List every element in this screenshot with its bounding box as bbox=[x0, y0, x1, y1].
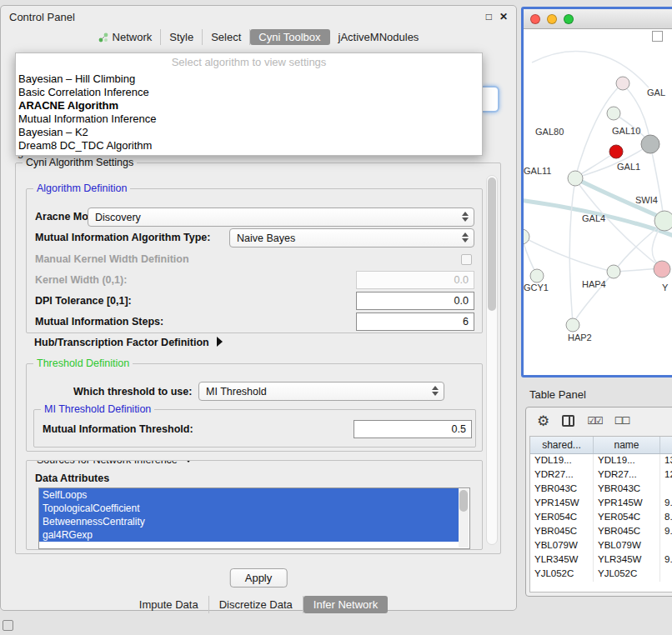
algorithm-combo-focus-ring[interactable] bbox=[483, 86, 499, 112]
network-window-titlebar[interactable] bbox=[524, 9, 672, 29]
mi-type-select[interactable]: Naive Bayes bbox=[229, 228, 474, 248]
table-cell: YDR27... bbox=[530, 468, 594, 482]
tab-jactivemnodules[interactable]: jActiveMNodules bbox=[330, 29, 428, 45]
network-node[interactable] bbox=[607, 107, 620, 120]
table-cell bbox=[660, 539, 672, 553]
threshold-definition-title: Threshold Definition bbox=[33, 358, 133, 369]
aracne-mode-value: Discovery bbox=[95, 212, 141, 223]
network-edge[interactable] bbox=[524, 238, 613, 272]
algorithm-definition-title: Algorithm Definition bbox=[33, 182, 130, 194]
tab-cyni-toolbox[interactable]: Cyni Toolbox bbox=[250, 29, 329, 45]
node-label: Y bbox=[662, 282, 669, 292]
list-scrollbar[interactable] bbox=[459, 489, 469, 548]
node-label: GAL80 bbox=[535, 127, 564, 137]
attribute-list-item[interactable]: SelfLoops bbox=[39, 488, 459, 502]
float-window-icon[interactable]: □ bbox=[486, 11, 492, 22]
which-threshold-value: MI Threshold bbox=[206, 386, 267, 398]
dropdown-item[interactable]: ARACNE Algorithm bbox=[16, 99, 482, 112]
column-header[interactable] bbox=[660, 437, 672, 453]
aracne-mode-select[interactable]: Discovery bbox=[88, 208, 474, 227]
manual-kernel-checkbox[interactable] bbox=[461, 254, 472, 265]
table-cell: 13 bbox=[660, 454, 672, 468]
kernel-width-field[interactable]: 0.0 bbox=[356, 271, 474, 289]
attribute-list-item[interactable]: gal4RGexp bbox=[39, 528, 459, 542]
dropdown-item[interactable]: Dream8 DC_TDC Algorithm bbox=[16, 139, 482, 152]
settings-gear-icon[interactable]: ⚙ bbox=[537, 414, 549, 428]
network-edge[interactable] bbox=[532, 52, 649, 88]
table-row[interactable]: YDL19...YDL19...13 bbox=[530, 454, 672, 468]
tab-style[interactable]: Style bbox=[161, 29, 203, 45]
network-node[interactable] bbox=[524, 229, 529, 244]
dropdown-item[interactable]: Bayesian – Hill Climbing bbox=[16, 72, 482, 86]
node-label: GAL bbox=[647, 88, 665, 98]
sources-group-title[interactable]: Sources for Network Inference bbox=[33, 460, 197, 466]
table-cell: 9. bbox=[660, 525, 672, 539]
zoom-traffic-light[interactable] bbox=[564, 14, 574, 24]
close-traffic-light[interactable] bbox=[530, 14, 540, 24]
deselect-all-icon[interactable]: ☐☐ bbox=[614, 416, 629, 426]
network-node[interactable] bbox=[616, 77, 629, 90]
table-row[interactable]: YLR345WYLR345W9. bbox=[530, 553, 672, 568]
node-label: HAP4 bbox=[582, 279, 606, 289]
table-row[interactable]: YER054CYER054C8. bbox=[530, 511, 672, 525]
tab-network[interactable]: Network bbox=[90, 29, 162, 45]
close-icon[interactable]: ✕ bbox=[499, 11, 508, 22]
data-attributes-list: SelfLoopsTopologicalCoefficientBetweenne… bbox=[38, 488, 470, 549]
hub-definition-toggle[interactable]: Hub/Transcription Factor Definition bbox=[34, 337, 223, 348]
table-row[interactable]: YDR27...YDR27...12 bbox=[530, 468, 672, 482]
column-header[interactable]: name bbox=[594, 437, 660, 453]
network-node[interactable] bbox=[654, 261, 670, 278]
algorithm-definition-group: Algorithm Definition Aracne Mode: Discov… bbox=[26, 188, 483, 333]
network-node[interactable] bbox=[530, 269, 544, 282]
network-edge[interactable] bbox=[569, 179, 575, 323]
bottom-tab-discretize-data[interactable]: Discretize Data bbox=[209, 596, 303, 613]
table-row[interactable]: YBR043CYBR043C bbox=[530, 482, 672, 497]
table-cell bbox=[660, 482, 672, 497]
network-node[interactable] bbox=[641, 135, 659, 153]
mi-threshold-field[interactable]: 0.5 bbox=[354, 420, 472, 438]
table-row[interactable]: YPR145WYPR145W9. bbox=[530, 497, 672, 511]
dropdown-item[interactable]: Basic Correlation Inference bbox=[16, 86, 482, 99]
network-canvas[interactable]: GALGAL80GAL10GAL11GAL1SWI4GAL4GCY1HAP4YH… bbox=[524, 29, 672, 375]
column-header[interactable]: shared... bbox=[530, 437, 594, 453]
mi-steps-field[interactable]: 6 bbox=[356, 312, 474, 331]
table-row[interactable]: YBL079WYBL079W bbox=[530, 539, 672, 553]
which-threshold-select[interactable]: MI Threshold bbox=[198, 382, 444, 401]
columns-icon[interactable] bbox=[562, 415, 574, 427]
data-attributes-label: Data Attributes bbox=[35, 472, 109, 484]
network-node[interactable] bbox=[607, 265, 620, 278]
table-cell: YBR043C bbox=[594, 482, 660, 497]
tab-select[interactable]: Select bbox=[203, 29, 250, 45]
minimize-traffic-light[interactable] bbox=[547, 14, 557, 24]
bottom-tab-impute-data[interactable]: Impute Data bbox=[129, 596, 209, 613]
scrollbar-thumb[interactable] bbox=[488, 178, 496, 311]
select-all-icon[interactable]: ☑☑ bbox=[587, 416, 602, 426]
network-node[interactable] bbox=[609, 145, 623, 158]
attribute-list-item[interactable]: BetweennessCentrality bbox=[39, 515, 459, 528]
bottom-tab-infer-network[interactable]: Infer Network bbox=[303, 596, 388, 613]
control-panel-title: Control Panel bbox=[9, 11, 75, 23]
network-edge[interactable] bbox=[650, 144, 664, 219]
apply-button[interactable]: Apply bbox=[230, 568, 288, 588]
view-corner-box[interactable] bbox=[652, 31, 663, 42]
dpi-tolerance-field[interactable]: 0.0 bbox=[356, 292, 474, 310]
table-cell: YLR345W bbox=[594, 553, 660, 568]
network-node[interactable] bbox=[566, 318, 579, 332]
dropdown-item[interactable]: Mutual Information Inference bbox=[16, 112, 482, 126]
table-cell: YBL079W bbox=[530, 539, 594, 553]
algorithm-dropdown-placeholder: Select algorithm to view settings bbox=[16, 53, 482, 72]
table-row[interactable]: YJL052CYJL052C bbox=[530, 568, 672, 582]
settings-scrollbar[interactable] bbox=[486, 175, 498, 545]
table-header-row: shared...name bbox=[530, 437, 672, 454]
table-row[interactable]: YBR045CYBR045C9. bbox=[530, 525, 672, 539]
minimized-panel-icon[interactable] bbox=[3, 620, 13, 631]
network-node[interactable] bbox=[654, 211, 672, 231]
attribute-list-item[interactable]: TopologicalCoefficient bbox=[39, 502, 459, 515]
mi-threshold-group: MI Threshold Definition Mutual Informati… bbox=[33, 409, 476, 448]
table-cell bbox=[660, 568, 672, 582]
dropdown-item[interactable]: Bayesian – K2 bbox=[16, 126, 482, 139]
node-label: GCY1 bbox=[524, 282, 549, 292]
network-node[interactable] bbox=[568, 171, 583, 186]
sources-group: Sources for Network Inference Data Attri… bbox=[26, 460, 483, 550]
network-edge[interactable] bbox=[575, 179, 662, 268]
